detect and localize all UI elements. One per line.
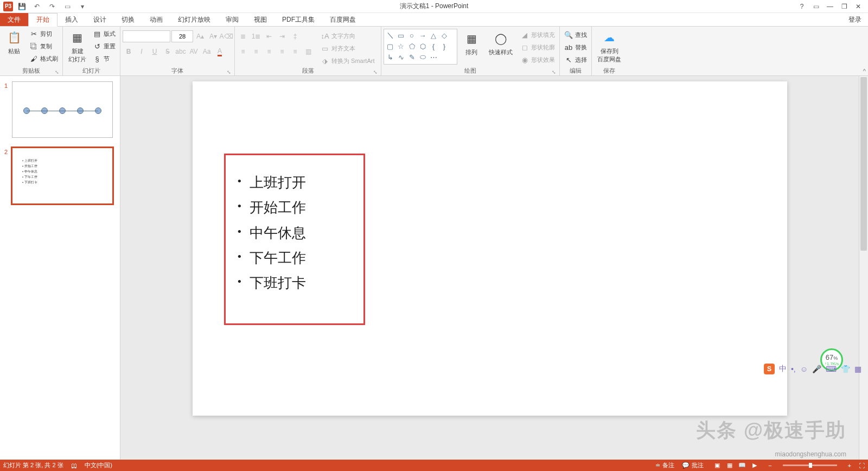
shape-curve-icon[interactable]: ∿ [396,52,406,62]
vertical-scrollbar[interactable] [859,76,868,460]
shape-callout-icon[interactable]: ⬭ [418,52,427,62]
tab-review[interactable]: 审阅 [218,13,246,26]
ime-menu-button[interactable]: ▦ [854,365,861,373]
copy-button[interactable]: ⿻复制 [27,40,60,52]
login-link[interactable]: 登录 [842,13,868,26]
numbering-button[interactable]: 1≣ [250,30,262,42]
tab-view[interactable]: 视图 [246,13,275,26]
distribute-button[interactable]: ≡ [289,46,301,58]
zoom-out-button[interactable]: − [768,462,771,469]
save-icon[interactable]: 💾 [15,1,28,12]
shadow-button[interactable]: abc [175,46,187,58]
shape-rbrace-icon[interactable]: } [439,41,449,51]
shape-outline-button[interactable]: ◻形状轮廓 [518,41,557,53]
shape-pentagon-icon[interactable]: ⬠ [407,41,417,51]
tab-home[interactable]: 开始 [28,13,58,27]
ime-punct-button[interactable]: •, [791,365,796,373]
align-left-button[interactable]: ≡ [237,46,249,58]
shape-triangle-icon[interactable]: △ [429,30,438,40]
shape-roundrect-icon[interactable]: ▢ [385,41,395,51]
undo-icon[interactable]: ↶ [30,1,43,12]
content-placeholder[interactable]: 上班打开 开始工作 中午休息 下午工作 下班打卡 [224,154,365,325]
scroll-thumb[interactable] [860,77,867,251]
comments-button[interactable]: 💬 批注 [682,461,704,469]
tab-animations[interactable]: 动画 [142,13,170,26]
paragraph-launcher[interactable]: ⤡ [373,69,378,75]
shape-effects-button[interactable]: ◉形状效果 [518,54,557,66]
zoom-slider[interactable] [783,464,837,466]
arrange-button[interactable]: ▦排列 [459,29,483,58]
line-spacing-button[interactable]: ‡ [289,30,301,42]
close-button[interactable]: ✕ [852,3,865,10]
text-direction-button[interactable]: ↕A文字方向 [318,30,376,42]
ribbon-display-button[interactable]: ▭ [809,3,822,10]
ime-mic-button[interactable]: 🎤 [812,365,821,373]
zoom-handle[interactable] [809,463,812,468]
fit-window-button[interactable]: ⛶ [859,462,865,469]
find-button[interactable]: 🔍查找 [562,29,589,41]
tab-baidu[interactable]: 百度网盘 [322,13,363,26]
shape-rect-icon[interactable]: ▭ [396,30,406,40]
spacing-button[interactable]: AV [188,46,200,58]
columns-button[interactable]: ▥ [302,46,314,58]
shape-star-icon[interactable]: ☆ [396,41,406,51]
section-button[interactable]: §节 [91,53,118,65]
replace-button[interactable]: ab替换 [562,41,589,53]
underline-button[interactable]: U [149,46,161,58]
tab-file[interactable]: 文件 [0,13,28,26]
reset-button[interactable]: ↺重置 [91,40,118,52]
save-to-baidu-button[interactable]: ☁ 保存到 百度网盘 [594,28,624,65]
align-center-button[interactable]: ≡ [250,46,262,58]
language-indicator[interactable]: 中文(中国) [85,461,112,469]
ime-zh-button[interactable]: 中 [779,364,787,374]
sogou-icon[interactable]: S [764,364,775,374]
minimize-button[interactable]: — [824,3,837,10]
start-from-beginning-icon[interactable]: ▭ [61,1,74,12]
align-text-button[interactable]: ▭对齐文本 [318,42,376,54]
bold-button[interactable]: B [123,46,135,58]
slide-thumbnail-1[interactable] [12,81,113,138]
font-launcher[interactable]: ⤡ [227,69,231,75]
ime-keyboard-button[interactable]: ⌨ [826,365,837,373]
shapes-gallery[interactable]: ＼ ▭ ○ → △ ◇ ▢ ☆ ⬠ ⬡ { } ↳ ∿ ✎ ⬭ ⋯ [384,29,457,65]
align-right-button[interactable]: ≡ [263,46,275,58]
shape-line-icon[interactable]: ＼ [385,30,395,40]
shape-diamond-icon[interactable]: ◇ [439,30,449,40]
bullets-button[interactable]: ≣ [237,30,249,42]
italic-button[interactable]: I [136,46,148,58]
shape-freeform-icon[interactable]: ✎ [407,52,417,62]
drawing-launcher[interactable]: ⤡ [552,69,556,75]
qat-more-icon[interactable]: ▾ [76,1,89,12]
justify-button[interactable]: ≡ [276,46,288,58]
spellcheck-button[interactable]: 🕮 [71,462,77,469]
shape-more-icon[interactable]: ⋯ [429,52,438,62]
shape-connector-icon[interactable]: ↳ [385,52,395,62]
outdent-button[interactable]: ⇤ [263,30,275,42]
change-case-button[interactable]: Aa [201,46,213,58]
format-painter-button[interactable]: 🖌格式刷 [27,53,60,65]
quick-styles-button[interactable]: ◯快速样式 [486,29,516,58]
shape-oval-icon[interactable]: ○ [407,30,417,40]
layout-button[interactable]: ▤版式 [91,28,118,40]
notes-button[interactable]: ≐ 备注 [655,461,674,469]
tab-transitions[interactable]: 切换 [114,13,142,26]
clear-format-button[interactable]: A⌫ [220,30,232,42]
list-item[interactable]: 下午工作 [234,246,355,271]
sorter-view-button[interactable]: ▦ [724,461,736,470]
paste-button[interactable]: 📋 粘贴 [2,28,26,56]
help-button[interactable]: ? [795,3,808,10]
slide-canvas[interactable]: 上班打开 开始工作 中午休息 下午工作 下班打卡 [193,81,787,416]
list-item[interactable]: 下班打卡 [234,271,355,296]
font-size-select[interactable] [171,30,193,42]
grow-font-button[interactable]: A▴ [194,30,206,42]
list-item[interactable]: 上班打开 [234,170,355,195]
redo-icon[interactable]: ↷ [46,1,59,12]
new-slide-button[interactable]: ▦ 新建 幻灯片 [65,28,90,65]
shape-lbrace-icon[interactable]: { [429,41,438,51]
reading-view-button[interactable]: 📖 [736,461,748,470]
select-button[interactable]: ↖选择 [562,54,589,66]
clipboard-launcher[interactable]: ⤡ [55,69,59,75]
slide-thumbnail-2[interactable]: • 上班打开 • 开始工作 • 中午休息 • 下午工作 • 下班打卡 [12,148,113,204]
ime-toolbar[interactable]: S 中 •, ☺ 🎤 ⌨ 👕 ▦ [764,364,861,374]
shrink-font-button[interactable]: A▾ [207,30,219,42]
